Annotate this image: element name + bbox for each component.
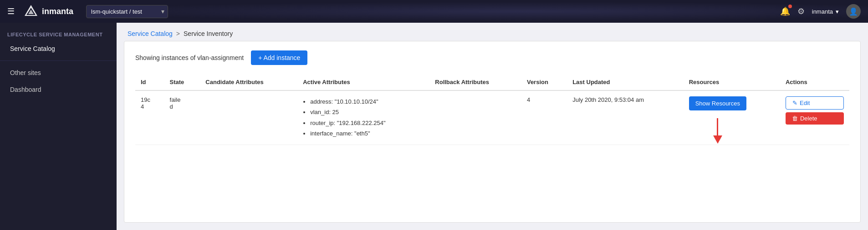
breadcrumb-link[interactable]: Service Catalog (128, 30, 173, 37)
cell-actions: ✎ Edit 🗑 Delete (780, 90, 849, 145)
main-panel: Showing instances of vlan-assignment + A… (124, 41, 861, 223)
bell-icon[interactable]: 🔔 (780, 6, 790, 16)
cell-id: 19c4 (135, 90, 164, 145)
notification-badge (788, 5, 792, 8)
edit-button[interactable]: ✎ Edit (786, 96, 844, 110)
cell-last-updated: July 20th 2020, 9:53:04 am (567, 90, 683, 145)
cell-resources: Show Resources (684, 90, 780, 145)
trash-icon: 🗑 (792, 115, 798, 122)
sidebar-item-dashboard[interactable]: Dashboard (3, 81, 114, 98)
instance-last-updated: July 20th 2020, 9:53:04 am (572, 96, 644, 103)
environment-selector[interactable]: lsm-quickstart / testdefault / test (86, 5, 168, 18)
sidebar-item-service-catalog[interactable]: Service Catalog (3, 40, 114, 57)
breadcrumb-separator: > (176, 30, 180, 37)
chevron-down-icon: ▾ (836, 8, 839, 15)
col-header-resources: Resources (684, 74, 780, 90)
table-body: 19c4 failed address: "10.10.10.10/24" vl… (135, 90, 849, 145)
environment-selector-wrapper: lsm-quickstart / testdefault / test (86, 5, 168, 18)
instance-version: 4 (527, 96, 530, 103)
hamburger-icon[interactable]: ☰ (7, 6, 15, 16)
main-layout: Lifecycle service management Service Cat… (0, 23, 868, 230)
attr-vlan-id: vlan_id: 25 (310, 107, 424, 117)
attr-address: address: "10.10.10.10/24" (310, 96, 424, 107)
logo-text: inmanta (42, 7, 73, 16)
col-header-rollback-attr: Rollback Attributes (429, 74, 521, 90)
col-header-state: State (164, 74, 200, 90)
sidebar: Lifecycle service management Service Cat… (0, 23, 117, 230)
navbar: ☰ inmanta lsm-quickstart / testdefault /… (0, 0, 868, 23)
instance-id: 19c4 (141, 96, 150, 110)
user-menu[interactable]: inmanta ▾ (812, 8, 839, 15)
attr-router-ip: router_ip: "192.168.222.254" (310, 118, 424, 128)
instance-state: failed (170, 96, 181, 110)
instances-table-container: Id State Candidate Attributes Active Att… (135, 74, 849, 145)
instances-bar: Showing instances of vlan-assignment + A… (135, 50, 849, 65)
col-header-last-updated: Last Updated (567, 74, 683, 90)
delete-label: Delete (800, 115, 817, 122)
cell-active-attributes: address: "10.10.10.10/24" vlan_id: 25 ro… (297, 90, 429, 145)
avatar[interactable]: 👤 (846, 4, 861, 19)
show-resources-button[interactable]: Show Resources (689, 96, 746, 110)
cell-candidate-attributes (200, 90, 297, 145)
breadcrumb-current: Service Inventory (184, 30, 233, 37)
logo: inmanta (24, 4, 73, 19)
actions-column: ✎ Edit 🗑 Delete (786, 96, 844, 125)
breadcrumb: Service Catalog > Service Inventory (117, 23, 868, 41)
logo-icon (24, 4, 38, 19)
content-area: Service Catalog > Service Inventory Show… (117, 23, 868, 230)
col-header-id: Id (135, 74, 164, 90)
table-header: Id State Candidate Attributes Active Att… (135, 74, 849, 90)
cell-state: failed (164, 90, 200, 145)
delete-button[interactable]: 🗑 Delete (786, 112, 844, 125)
cell-version: 4 (521, 90, 567, 145)
table-row: 19c4 failed address: "10.10.10.10/24" vl… (135, 90, 849, 145)
cell-rollback-attributes (429, 90, 521, 145)
navbar-icons: 🔔 ⚙ inmanta ▾ 👤 (780, 4, 861, 19)
sidebar-item-other-sites[interactable]: Other sites (3, 65, 114, 81)
col-header-active-attr: Active Attributes (297, 74, 429, 90)
arrow-annotation (713, 118, 722, 144)
active-attributes-list: address: "10.10.10.10/24" vlan_id: 25 ro… (303, 96, 424, 139)
sidebar-divider (0, 60, 117, 61)
edit-label: Edit (800, 100, 810, 106)
user-name: inmanta (812, 8, 833, 15)
col-header-candidate-attr: Candidate Attributes (200, 74, 297, 90)
col-header-version: Version (521, 74, 567, 90)
instances-label: Showing instances of vlan-assignment (135, 54, 244, 61)
resources-button-container: Show Resources (689, 96, 746, 110)
sidebar-item-label: Other sites (10, 69, 41, 76)
sidebar-item-label: Dashboard (10, 86, 41, 93)
edit-icon: ✎ (792, 100, 797, 106)
add-instance-button[interactable]: + Add instance (251, 50, 307, 65)
attr-interface-name: interface_name: "eth5" (310, 128, 424, 139)
sidebar-item-label: Service Catalog (10, 45, 55, 52)
instances-table: Id State Candidate Attributes Active Att… (135, 74, 849, 145)
col-header-actions: Actions (780, 74, 849, 90)
gear-icon[interactable]: ⚙ (797, 6, 805, 16)
sidebar-section-title: Lifecycle service management (0, 26, 117, 40)
